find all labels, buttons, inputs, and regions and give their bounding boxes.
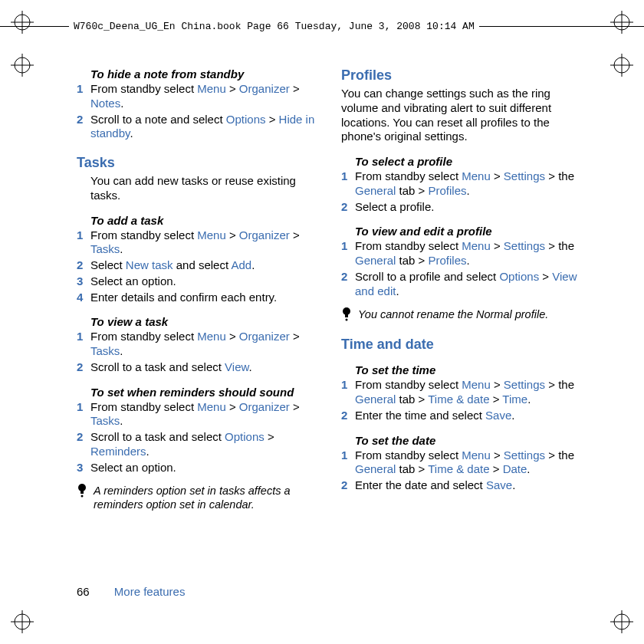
step-number: 2 xyxy=(341,270,355,299)
step-number: 2 xyxy=(77,113,90,142)
menu-link: Notes xyxy=(90,97,120,110)
subhead-select-profile: To select a profile xyxy=(341,155,583,168)
menu-link: Options xyxy=(226,113,266,126)
menu-link: Organizer xyxy=(239,82,290,95)
svg-rect-22 xyxy=(345,314,348,317)
content-columns: To hide a note from standby 1 From stand… xyxy=(77,67,583,512)
subhead-view-task: To view a task xyxy=(77,315,318,328)
list-item: 1 From standby select Menu > Settings > … xyxy=(341,169,583,199)
svg-point-20 xyxy=(81,495,84,498)
step-body: From standby select Menu > Settings > th… xyxy=(355,169,583,199)
list-item: 2 Select a profile. xyxy=(341,200,583,215)
step-number: 1 xyxy=(341,449,355,478)
step-body: From standby select Menu > Settings > th… xyxy=(355,449,583,478)
reg-mark-icon xyxy=(11,54,34,77)
step-number: 2 xyxy=(341,478,355,493)
step-body: Scroll to a profile and select Options >… xyxy=(355,270,583,299)
step-body: Scroll to a note and select Options > Hi… xyxy=(90,113,318,142)
step-body: Select New task and select Add. xyxy=(90,258,318,273)
step-body: Scroll to a task and select Options > Re… xyxy=(90,430,318,459)
step-number: 1 xyxy=(77,82,90,111)
list-item: 2 Enter the date and select Save. xyxy=(341,478,583,493)
step-body: Enter the time and select Save. xyxy=(355,409,583,423)
step-body: From standby select Menu > Organizer > N… xyxy=(90,82,318,111)
step-number: 1 xyxy=(341,239,355,268)
step-number: 3 xyxy=(77,274,90,289)
list-item: 1 From standby select Menu > Organizer >… xyxy=(77,330,318,359)
step-body: Enter details and confirm each entry. xyxy=(90,291,318,305)
list-item: 1 From standby select Menu > Organizer >… xyxy=(77,82,318,111)
step-body: Select an option. xyxy=(90,461,318,475)
step-number: 4 xyxy=(77,291,90,305)
subhead-view-edit: To view and edit a profile xyxy=(341,225,583,238)
left-column: To hide a note from standby 1 From stand… xyxy=(77,67,318,512)
step-number: 2 xyxy=(341,409,355,423)
tip-text: A reminders option set in tasks affects … xyxy=(94,484,318,511)
step-body: From standby select Menu > Settings > th… xyxy=(355,378,583,407)
section-tasks: Tasks xyxy=(77,155,318,171)
step-body: Enter the date and select Save. xyxy=(355,478,583,493)
list-item: 3 Select an option. xyxy=(77,461,318,475)
list-item: 3 Select an option. xyxy=(77,274,318,289)
list-item: 2 Enter the time and select Save. xyxy=(341,409,583,423)
tip-row: You cannot rename the Normal profile. xyxy=(341,307,583,323)
list-item: 4 Enter details and confirm each entry. xyxy=(77,291,318,305)
tip-icon xyxy=(341,307,352,323)
section-time-date: Time and date xyxy=(341,337,583,353)
subhead-add-task: To add a task xyxy=(77,214,318,227)
step-number: 1 xyxy=(77,330,90,359)
list-item: 2 Scroll to a note and select Options > … xyxy=(77,113,318,142)
tip-row: A reminders option set in tasks affects … xyxy=(77,484,318,511)
reg-mark-icon xyxy=(610,54,633,77)
step-number: 1 xyxy=(341,169,355,199)
subhead-reminders: To set when reminders should sound xyxy=(77,386,318,399)
right-column: Profiles You can change settings such as… xyxy=(341,67,583,512)
svg-point-21 xyxy=(343,307,350,315)
paragraph: You can add new tasks or reuse existing … xyxy=(77,174,318,203)
step-body: From standby select Menu > Organizer > T… xyxy=(90,400,318,429)
step-body: Select a profile. xyxy=(355,200,583,215)
list-item: 1 From standby select Menu > Organizer >… xyxy=(77,400,318,429)
step-body: From standby select Menu > Organizer > T… xyxy=(90,228,318,258)
reg-mark-icon xyxy=(610,11,633,34)
list-item: 1 From standby select Menu > Settings > … xyxy=(341,378,583,407)
reg-mark-icon xyxy=(610,610,633,633)
footer-section: More features xyxy=(114,585,186,598)
reg-mark-icon xyxy=(11,11,34,34)
tip-icon xyxy=(77,484,87,499)
step-body: Select an option. xyxy=(90,274,318,289)
step-number: 2 xyxy=(77,360,90,375)
subhead-set-time: To set the time xyxy=(341,363,583,376)
paragraph: You can change settings such as the ring… xyxy=(341,87,583,144)
list-item: 2 Select New task and select Add. xyxy=(77,258,318,273)
page-footer: 66 More features xyxy=(77,585,185,598)
reg-mark-icon xyxy=(11,610,34,633)
list-item: 2 Scroll to a profile and select Options… xyxy=(341,270,583,299)
step-body: From standby select Menu > Settings > th… xyxy=(355,239,583,268)
step-body: From standby select Menu > Organizer > T… xyxy=(90,330,318,359)
list-item: 2 Scroll to a task and select View. xyxy=(77,360,318,375)
list-item: 1 From standby select Menu > Settings > … xyxy=(341,239,583,268)
subhead-hide-note: To hide a note from standby xyxy=(77,67,318,80)
list-item: 1 From standby select Menu > Organizer >… xyxy=(77,228,318,258)
book-header: W760c_Deena_UG_En China.book Page 66 Tue… xyxy=(0,15,644,37)
header-text: W760c_Deena_UG_En China.book Page 66 Tue… xyxy=(69,21,479,32)
subhead-set-date: To set the date xyxy=(341,434,583,447)
svg-rect-19 xyxy=(80,491,84,494)
menu-link: Menu xyxy=(197,82,226,95)
step-body: Scroll to a task and select View. xyxy=(90,360,318,375)
step-number: 1 xyxy=(341,378,355,407)
svg-point-18 xyxy=(78,484,86,491)
step-number: 3 xyxy=(77,461,90,475)
tip-text: You cannot rename the Normal profile. xyxy=(358,307,583,321)
list-item: 1 From standby select Menu > Settings > … xyxy=(341,449,583,478)
step-number: 2 xyxy=(77,430,90,459)
svg-point-23 xyxy=(346,319,348,321)
step-number: 1 xyxy=(77,228,90,258)
step-number: 2 xyxy=(77,258,90,273)
section-profiles: Profiles xyxy=(341,67,583,84)
list-item: 2 Scroll to a task and select Options > … xyxy=(77,430,318,459)
step-number: 2 xyxy=(341,200,355,215)
step-number: 1 xyxy=(77,400,90,429)
page-number: 66 xyxy=(77,585,90,598)
